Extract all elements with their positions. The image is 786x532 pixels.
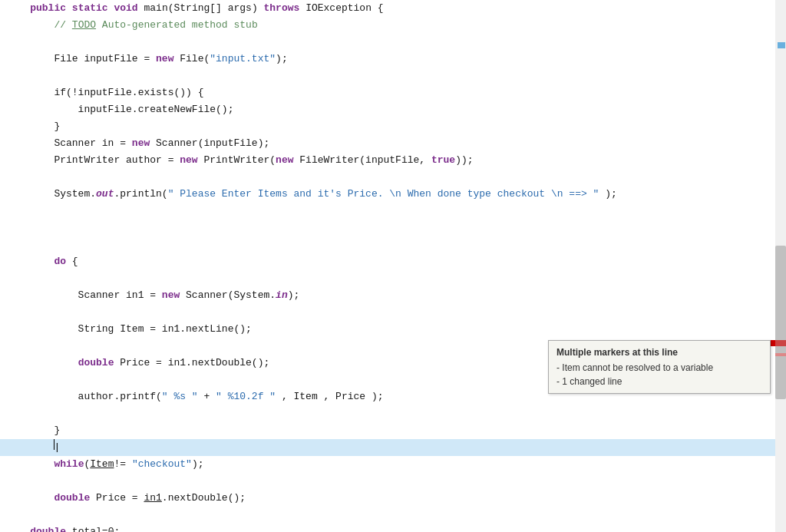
code-line-8: }	[0, 118, 786, 135]
code-line-3	[0, 34, 786, 51]
code-line-10: PrintWriter author = new PrintWriter(new…	[0, 152, 786, 169]
code-area[interactable]: public static void main(String[] args) t…	[0, 0, 786, 532]
code-line-29	[0, 473, 786, 490]
code-line-31	[0, 507, 786, 524]
code-line-12: System.out.println(" Please Enter Items …	[0, 186, 786, 203]
scrollbar-vertical[interactable]	[775, 0, 786, 532]
scroll-error-indicator	[775, 340, 786, 346]
code-line-18: Scanner in1 = new Scanner(System.in);	[0, 287, 786, 304]
code-line-13	[0, 203, 786, 220]
code-line-11	[0, 169, 786, 186]
code-line-26: }	[0, 422, 786, 439]
code-line-19	[0, 304, 786, 321]
code-line-27: |	[0, 439, 786, 456]
code-line-28: while(Item!= "checkout");	[0, 456, 786, 473]
code-line-20: String Item = in1.nextLine();	[0, 321, 786, 338]
cursor: |	[54, 439, 54, 450]
scroll-marker-indicator	[775, 353, 786, 356]
marker-tooltip: Multiple markers at this line - Item can…	[548, 340, 771, 394]
code-line-5	[0, 68, 786, 84]
code-line-4: File inputFile = new File("input.txt");	[0, 51, 786, 68]
marker-title: Multiple markers at this line	[556, 345, 762, 359]
scrollbar-thumb[interactable]	[775, 246, 786, 399]
marker-item-1: - Item cannot be resolved to a variable	[556, 361, 762, 375]
code-line-16: do {	[0, 253, 786, 270]
code-line-2: // TODO Auto-generated method stub	[0, 17, 786, 34]
code-line-32: double total=0;	[0, 524, 786, 532]
code-line-30: double Price = in1.nextDouble();	[0, 490, 786, 507]
scroll-mini-indicator	[778, 42, 785, 48]
code-line-17	[0, 270, 786, 287]
code-line-6: if(!inputFile.exists()) {	[0, 84, 786, 101]
code-line-15	[0, 236, 786, 253]
code-line-25	[0, 405, 786, 422]
code-line-14	[0, 220, 786, 236]
code-line-1: public static void main(String[] args) t…	[0, 0, 786, 17]
editor: public static void main(String[] args) t…	[0, 0, 786, 532]
code-line-9: Scanner in = new Scanner(inputFile);	[0, 135, 786, 152]
marker-item-2: - 1 changed line	[556, 375, 762, 388]
code-line-7: inputFile.createNewFile();	[0, 101, 786, 118]
